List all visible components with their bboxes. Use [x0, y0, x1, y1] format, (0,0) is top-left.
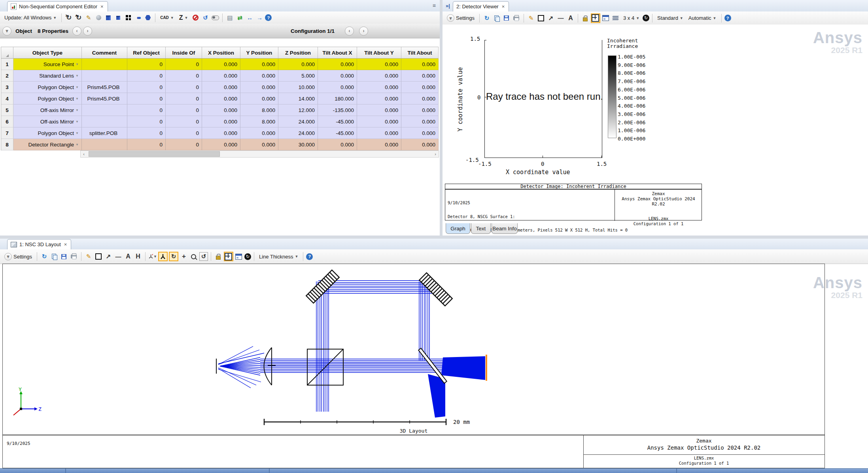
cell-tilt-y[interactable]: 0.000	[357, 104, 401, 116]
cell-tilt-z[interactable]: 0.000	[401, 139, 439, 150]
cell-comment[interactable]	[82, 116, 127, 127]
cell-z[interactable]: 30.000	[278, 139, 318, 150]
row-number[interactable]: 5	[1, 104, 13, 116]
cell-inside-of[interactable]: 0	[166, 59, 202, 70]
cell-ref-object[interactable]: 0	[127, 93, 166, 104]
cell-tilt-x[interactable]: 0.000	[318, 59, 357, 70]
cell-y[interactable]: 0.000	[240, 93, 278, 104]
sphere-object-icon[interactable]	[94, 13, 103, 22]
cell-object-type[interactable]: Polygon Object▼	[13, 82, 82, 93]
pencil-annotate-icon[interactable]: ✎	[527, 14, 535, 23]
cell-z[interactable]: 10.000	[278, 82, 318, 93]
reset-view-icon[interactable]: ↺	[199, 252, 208, 261]
row-number[interactable]: 6	[1, 116, 13, 127]
cell-ref-object[interactable]: 0	[127, 70, 166, 82]
cell-tilt-y[interactable]: 0.000	[357, 93, 401, 104]
line-thickness-dropdown[interactable]: Line Thickness▼	[257, 253, 300, 260]
cell-tilt-z[interactable]: 0.000	[401, 104, 439, 116]
pan-icon[interactable]: +	[180, 252, 188, 261]
scroll-left-icon[interactable]: ‹	[81, 151, 87, 157]
cell-tilt-x[interactable]: -45.000	[318, 127, 357, 139]
help-icon[interactable]: ?	[724, 15, 731, 21]
cell-tilt-x[interactable]: 0.000	[318, 82, 357, 93]
dock-arrow-icon[interactable]: »|	[446, 3, 450, 9]
cell-z[interactable]: 24.000	[278, 127, 318, 139]
cell-comment[interactable]: Prism45.POB	[82, 93, 127, 104]
z-dropdown[interactable]: Z▼	[177, 13, 190, 22]
cell-ref-object[interactable]: 0	[127, 127, 166, 139]
props-next-button[interactable]: ›	[83, 27, 92, 36]
cell-tilt-x[interactable]: 0.000	[318, 139, 357, 150]
cell-z[interactable]: 24.000	[278, 116, 318, 127]
lock-icon[interactable]	[581, 14, 590, 23]
refresh-icon[interactable]: ↻	[482, 14, 491, 23]
close-icon[interactable]: ×	[502, 4, 505, 9]
cell-z[interactable]: 0.000	[278, 59, 318, 70]
print-icon[interactable]	[512, 14, 521, 23]
cell-object-type[interactable]: Polygon Object▼	[13, 127, 82, 139]
refresh-icon[interactable]: ↻	[40, 252, 49, 261]
layers-icon[interactable]	[611, 14, 620, 23]
cell-tilt-y[interactable]: 0.000	[357, 127, 401, 139]
cell-ref-object[interactable]: 0	[127, 104, 166, 116]
automatic-dropdown[interactable]: Automatic▼	[686, 14, 719, 22]
cell-inside-of[interactable]: 0	[166, 93, 202, 104]
pencil-annotate-icon[interactable]: ✎	[84, 252, 93, 261]
cell-tilt-x[interactable]: 0.000	[318, 70, 357, 82]
lens-pair-icon[interactable]: ●●	[134, 13, 142, 22]
row-number[interactable]: 2	[1, 70, 13, 82]
line-tool-icon[interactable]: ―	[114, 252, 123, 261]
cell-tilt-x[interactable]: 180.000	[318, 93, 357, 104]
close-icon[interactable]: ×	[64, 242, 67, 247]
config-next-button[interactable]: ›	[359, 27, 368, 36]
rotate-object-icon[interactable]: ↺	[201, 13, 210, 22]
cell-y[interactable]: 8.000	[240, 104, 278, 116]
copy-icon[interactable]	[492, 14, 501, 23]
cell-ref-object[interactable]: 0	[127, 59, 166, 70]
cell-inside-of[interactable]: 0	[166, 104, 202, 116]
cell-x[interactable]: 0.000	[202, 93, 240, 104]
tab-nsc-editor[interactable]: Non-Sequential Component Editor ×	[7, 1, 108, 11]
config-prev-button[interactable]: ‹	[345, 27, 354, 36]
rectangle-tool-icon[interactable]	[537, 14, 545, 23]
cell-inside-of[interactable]: 0	[166, 116, 202, 127]
arrow-tool-icon[interactable]: ↗	[547, 14, 555, 23]
orient-axes-icon[interactable]	[158, 252, 168, 261]
cell-tilt-y[interactable]: 0.000	[357, 59, 401, 70]
cell-x[interactable]: 0.000	[202, 59, 240, 70]
settings-dropdown[interactable]: ▾ Settings	[445, 13, 477, 23]
save-icon[interactable]	[60, 252, 68, 261]
cell-comment[interactable]	[82, 139, 127, 150]
cell-comment[interactable]: Prism45.POB	[82, 82, 127, 93]
cell-ref-object[interactable]: 0	[127, 82, 166, 93]
rotate-view-icon[interactable]: ↻	[169, 252, 178, 261]
cad-dropdown[interactable]: CAD▼	[158, 15, 176, 21]
window-config-icon[interactable]	[234, 252, 243, 261]
print-icon[interactable]	[70, 252, 78, 261]
update-all-windows-dropdown[interactable]: Update: All Windows▼	[2, 14, 59, 21]
cell-object-type[interactable]: Off-axis Mirror▼	[13, 104, 82, 116]
cell-object-type[interactable]: Source Point▼	[13, 59, 82, 70]
zoom-icon[interactable]	[189, 252, 198, 261]
table-corner-cell[interactable]	[1, 47, 13, 59]
cell-inside-of[interactable]: 0	[166, 82, 202, 93]
lock-icon[interactable]	[214, 252, 223, 261]
vertical-splitter[interactable]	[440, 0, 443, 236]
row-number[interactable]: 3	[1, 82, 13, 93]
cell-x[interactable]: 0.000	[202, 82, 240, 93]
swap-icon[interactable]: ↔	[245, 13, 254, 22]
cell-comment[interactable]	[82, 70, 127, 82]
text-tool-icon[interactable]: A	[124, 252, 132, 261]
help-icon[interactable]: ?	[306, 253, 313, 260]
edit-object-icon[interactable]: ✎	[84, 13, 93, 22]
tab-graph[interactable]: Graph	[446, 223, 470, 234]
cell-x[interactable]: 0.000	[202, 116, 240, 127]
text-h-tool-icon[interactable]: H	[134, 252, 142, 261]
navigate-view-dropdown[interactable]: ▼	[148, 252, 157, 261]
text-tool-icon[interactable]: A	[566, 14, 575, 23]
copy-object-icon[interactable]	[114, 13, 123, 22]
cell-tilt-y[interactable]: 0.000	[357, 116, 401, 127]
tab-detector-viewer[interactable]: 2: Detector Viewer ×	[453, 1, 509, 11]
cell-tilt-y[interactable]: 0.000	[357, 70, 401, 82]
cell-tilt-z[interactable]: 0.000	[401, 82, 439, 93]
